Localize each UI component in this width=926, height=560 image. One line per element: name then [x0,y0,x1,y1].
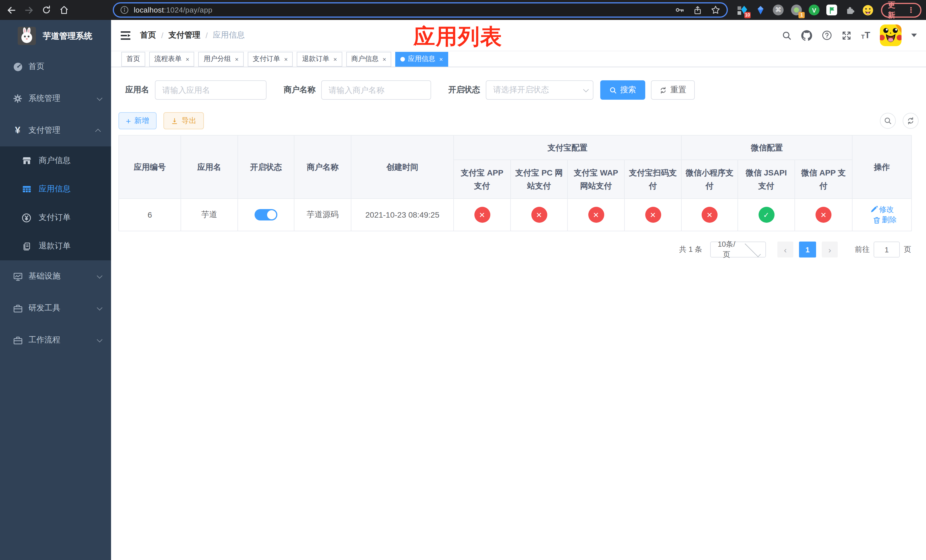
cell-wechat-jsapi: ✓ [738,198,795,231]
trash-icon [873,216,880,224]
app-title: 芋道管理系统 [43,30,92,41]
cell-alipay-app: ✕ [454,198,511,231]
browser-forward-icon[interactable] [22,3,36,17]
export-button[interactable]: 导出 [163,112,204,129]
tab-process-form[interactable]: 流程表单× [149,51,195,67]
share-icon[interactable] [693,5,702,15]
sidebar-item-system[interactable]: 系统管理 [0,83,111,115]
refresh-icon [660,86,667,94]
tags-view: 首页 流程表单× 用户分组× 支付订单× 退款订单× 商户信息× 应用信息× [111,51,926,67]
browser-home-icon[interactable] [57,3,71,17]
cell-app-name: 芋道 [181,198,238,231]
font-size-icon[interactable]: TT [861,31,870,40]
close-icon[interactable]: × [383,56,386,62]
cell-created: 2021-10-23 08:49:25 [351,198,454,231]
breadcrumb: 首页 / 支付管理 / 应用信息 [140,30,245,41]
fullscreen-icon[interactable] [842,30,851,40]
extension-flag-icon[interactable] [826,5,837,15]
cell-wechat-mini: ✕ [681,198,738,231]
password-key-icon[interactable] [675,5,684,15]
breadcrumb-home[interactable]: 首页 [140,30,156,41]
edit-button[interactable]: 修改 [870,204,894,215]
sidebar-item-refund-order[interactable]: 退款订单 [0,232,111,260]
tab-home[interactable]: 首页 [121,51,145,67]
cross-status-icon: ✕ [588,207,604,223]
tab-app-info[interactable]: 应用信息× [395,51,448,67]
refresh-table-button[interactable] [903,113,918,129]
merchant-name-input[interactable] [321,80,431,100]
sidebar-item-app-info[interactable]: 应用信息 [0,175,111,203]
col-app-name: 应用名 [181,135,238,198]
breadcrumb-payment[interactable]: 支付管理 [169,30,200,41]
search-button[interactable]: 搜索 [600,80,645,100]
next-page-button[interactable]: › [822,242,838,257]
reset-button[interactable]: 重置 [651,80,695,100]
col-alipay-scan: 支付宝扫码支付 [625,160,681,198]
merchant-name-label: 商户名称 [284,85,316,95]
grid-table-icon [22,185,31,194]
toggle-search-button[interactable] [880,113,896,129]
extensions-puzzle-icon[interactable] [844,4,855,16]
help-icon[interactable] [822,30,832,41]
screen: localhost:1024/pay/app 10 ⌘ [0,0,926,560]
add-button[interactable]: + 新增 [118,112,157,129]
prev-page-button[interactable]: ‹ [777,242,793,257]
col-alipay-wap: 支付宝 WAP 网站支付 [567,160,625,198]
tab-refund-order[interactable]: 退款订单× [297,51,342,67]
cell-wechat-app: ✕ [795,198,852,231]
browser-menu-icon[interactable]: ⋮ [907,6,915,14]
close-icon[interactable]: × [284,56,288,62]
extension-diamond-icon[interactable]: 10 [736,4,748,16]
sidebar-fold-icon[interactable] [111,30,140,40]
sidebar-item-infrastructure[interactable]: 基础设施 [0,260,111,292]
avatar-caret-icon[interactable] [911,33,917,37]
logo[interactable]: 芋道管理系统 [0,21,111,51]
cell-merchant: 芋道源码 [294,198,351,231]
close-icon[interactable]: × [186,56,189,62]
close-icon[interactable]: × [235,56,239,62]
dashboard-icon [12,62,23,71]
close-icon[interactable]: × [439,56,443,62]
header-search-icon[interactable] [782,30,791,40]
app-name-input[interactable] [155,80,266,100]
delete-button[interactable]: 删除 [873,215,897,225]
payment-submenu: 商户信息 应用信息 支付订单 [0,147,111,260]
browser-back-icon[interactable] [5,3,18,17]
cross-status-icon: ✕ [531,207,547,223]
address-bar[interactable]: localhost:1024/pay/app [113,2,728,18]
avatar[interactable] [880,24,902,46]
col-wechat-jsapi: 微信 JSAPI 支付 [738,160,795,198]
cell-alipay-pc: ✕ [511,198,567,231]
chevron-down-icon [97,272,103,278]
check-status-icon: ✓ [758,207,774,223]
browser-update-button[interactable]: 更新 ⋮ [881,3,921,17]
extension-gem-icon[interactable] [755,4,766,16]
browser-extensions: 10 ⌘ 1 V [736,4,874,16]
status-select[interactable]: 请选择开启状态 [486,80,593,100]
goto-page-input[interactable] [874,242,900,257]
github-icon[interactable] [801,30,812,41]
extension-command-icon[interactable]: ⌘ [773,5,784,15]
tab-pay-order[interactable]: 支付订单× [248,51,293,67]
sidebar-item-workflow[interactable]: 工作流程 [0,324,111,356]
sidebar-item-home[interactable]: 首页 [0,51,111,83]
sidebar-item-merchant-info[interactable]: 商户信息 [0,147,111,175]
sidebar-item-payment[interactable]: ¥ 支付管理 [0,115,111,147]
extension-emoji-icon[interactable] [862,4,874,16]
bookmark-star-icon[interactable] [711,5,720,15]
document-icon [22,242,31,251]
close-icon[interactable]: × [333,56,337,62]
extension-recorder-icon[interactable]: 1 [790,4,802,16]
site-info-icon[interactable] [120,6,129,14]
sidebar-item-dev-tools[interactable]: 研发工具 [0,292,111,324]
status-toggle[interactable] [254,209,277,221]
browser-reload-icon[interactable] [40,3,53,17]
sidebar-item-pay-order[interactable]: 支付订单 [0,203,111,232]
tab-user-group[interactable]: 用户分组× [198,51,244,67]
goto-label: 前往 [855,244,870,255]
chevron-down-icon [97,95,103,101]
extension-v-icon[interactable]: V [809,5,820,15]
page-size-select[interactable]: 10条/页 [710,242,766,257]
page-1-button[interactable]: 1 [799,242,816,257]
tab-merchant-info[interactable]: 商户信息× [346,51,392,67]
